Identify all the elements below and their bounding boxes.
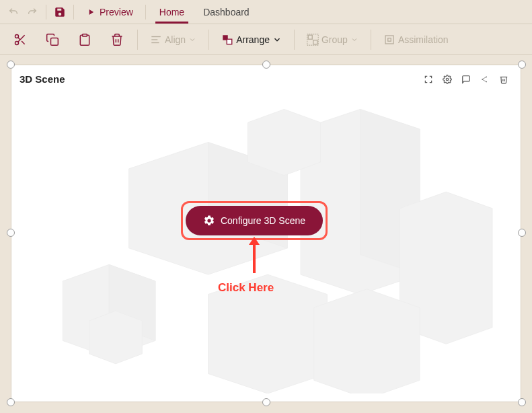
panel-action-bar	[420, 71, 512, 88]
svg-rect-12	[308, 35, 312, 39]
assimilation-button[interactable]: Assimilation	[377, 34, 455, 46]
group-label: Group	[321, 34, 348, 45]
save-icon[interactable]	[50, 3, 69, 22]
preview-label: Preview	[100, 7, 133, 17]
comment-icon[interactable]	[457, 71, 475, 88]
svg-rect-14	[307, 34, 319, 45]
tab-home[interactable]: Home	[150, 1, 194, 23]
svg-rect-6	[83, 34, 87, 36]
arrange-dropdown[interactable]: Arrange	[215, 34, 289, 46]
selection-handle[interactable]	[7, 61, 15, 69]
settings-icon[interactable]	[439, 71, 456, 88]
svg-point-17	[446, 78, 449, 81]
selection-handle[interactable]	[262, 61, 270, 69]
svg-point-0	[15, 34, 19, 38]
svg-rect-13	[313, 40, 317, 44]
svg-line-3	[22, 41, 25, 44]
panel-delete-icon[interactable]	[495, 71, 512, 88]
configure-scene-button[interactable]: Configure 3D Scene	[186, 206, 323, 235]
svg-rect-5	[51, 38, 59, 45]
divider	[371, 30, 371, 50]
group-dropdown[interactable]: Group	[300, 34, 365, 46]
top-bar: Preview Home Dashboard	[0, 0, 532, 24]
svg-line-4	[18, 37, 20, 39]
svg-rect-11	[227, 39, 232, 44]
arrange-label: Arrange	[236, 34, 270, 45]
align-label: Align	[165, 34, 186, 45]
divider	[46, 5, 46, 20]
selection-handle[interactable]	[518, 398, 526, 406]
ribbon-toolbar: Align Arrange Group Assimilation	[0, 24, 532, 55]
annotation-arrow	[253, 243, 256, 273]
gear-icon	[203, 215, 215, 227]
svg-rect-15	[385, 36, 393, 44]
undo-icon[interactable]	[4, 3, 23, 22]
redo-icon[interactable]	[23, 3, 42, 22]
configure-scene-label: Configure 3D Scene	[221, 215, 305, 226]
selection-handle[interactable]	[262, 398, 270, 406]
selection-handle[interactable]	[518, 229, 526, 237]
align-dropdown[interactable]: Align	[143, 34, 203, 46]
selection-handle[interactable]	[7, 398, 15, 406]
annotation-text: Click Here	[218, 281, 274, 295]
tab-dashboard[interactable]: Dashboard	[194, 1, 259, 23]
share-icon[interactable]	[476, 71, 494, 88]
divider	[294, 30, 295, 50]
chevron-down-icon	[188, 36, 196, 44]
svg-point-1	[15, 41, 19, 44]
delete-icon[interactable]	[102, 26, 132, 53]
scene-placeholder-art	[20, 89, 512, 393]
fullscreen-icon[interactable]	[420, 71, 437, 88]
cut-icon[interactable]	[5, 26, 35, 53]
paste-icon[interactable]	[70, 26, 100, 53]
chevron-down-icon	[272, 35, 282, 44]
svg-rect-16	[388, 38, 391, 41]
divider	[137, 30, 138, 50]
copy-icon[interactable]	[38, 26, 67, 53]
assimilation-label: Assimilation	[398, 34, 449, 45]
divider	[208, 30, 209, 50]
selection-handle[interactable]	[7, 229, 15, 237]
preview-button[interactable]: Preview	[78, 3, 141, 22]
selection-handle[interactable]	[518, 61, 526, 69]
divider	[73, 5, 74, 20]
chevron-down-icon	[350, 36, 358, 44]
divider	[145, 5, 146, 20]
